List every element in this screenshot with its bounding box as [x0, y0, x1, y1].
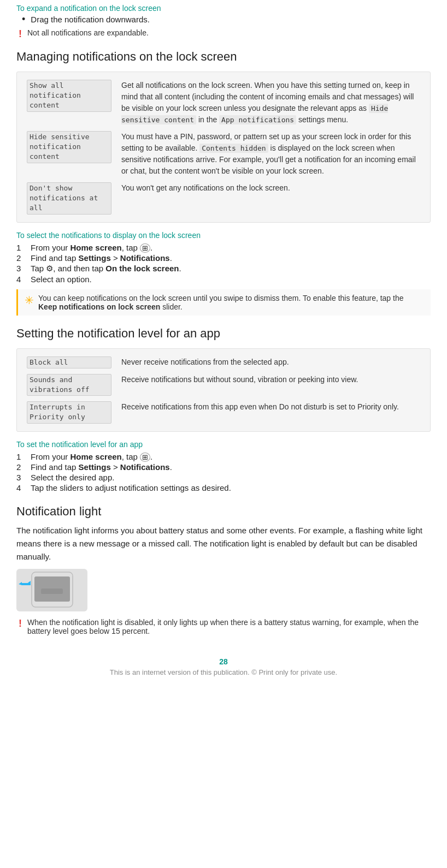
- set-step-num-1: 1: [16, 452, 26, 461]
- setting-level-heading: Setting the notification level for an ap…: [16, 326, 431, 341]
- device-svg: [16, 569, 87, 611]
- expand-warning-text: Not all notifications are expandable.: [27, 28, 149, 37]
- managing-label-3: Don't shownotifications at all: [27, 182, 111, 215]
- step-num-4: 4: [16, 275, 26, 284]
- level-label-2: Sounds and vibrations off: [27, 374, 111, 396]
- step-text-2: Find and tap Settings > Notifications.: [31, 253, 172, 263]
- notif-light-text: The notification light informs you about…: [16, 524, 431, 563]
- set-step-3: 3 Select the desired app.: [16, 473, 431, 482]
- set-step-4: 4 Tap the sliders to adjust notification…: [16, 483, 431, 492]
- level-row-1: Block all Never receive notifications fr…: [27, 356, 420, 368]
- bullet-dot-icon: •: [22, 14, 25, 25]
- step-num-3: 3: [16, 264, 26, 273]
- set-step-text-2: Find and tap Settings > Notifications.: [31, 462, 172, 472]
- set-step-2: 2 Find and tap Settings > Notifications.: [16, 462, 431, 472]
- managing-row-3: Don't shownotifications at all You won't…: [27, 182, 420, 215]
- set-step-num-4: 4: [16, 483, 26, 492]
- tip-icon: ✳: [25, 294, 34, 307]
- set-step-1: 1 From your Home screen, tap ⊞.: [16, 452, 431, 461]
- page-footer: 28 This is an internet version of this p…: [16, 657, 431, 676]
- notif-warning-box: ! When the notification light is disable…: [19, 618, 431, 635]
- level-label-3: Interrupts in Priority only: [27, 401, 111, 423]
- select-step-2: 2 Find and tap Settings > Notifications.: [16, 253, 431, 263]
- step-num-1: 1: [16, 243, 26, 252]
- notif-light-heading: Notification light: [16, 504, 431, 519]
- set-step-num-2: 2: [16, 462, 26, 472]
- level-desc-3: Receive notifications from this app even…: [121, 401, 420, 413]
- level-desc-2: Receive notifications but without sound,…: [121, 374, 420, 385]
- tip-text: You can keep notifications on the lock s…: [38, 294, 424, 311]
- level-desc-1: Never receive notifications from the sel…: [121, 356, 420, 368]
- svg-marker-5: [19, 582, 22, 585]
- managing-desc-1: Get all notifications on the lock screen…: [121, 80, 420, 126]
- step-text-4: Select an option.: [31, 275, 92, 284]
- expand-bullet-text: Drag the notification downwards.: [31, 15, 150, 24]
- select-step-3: 3 Tap ⚙, and then tap On the lock screen…: [16, 264, 431, 274]
- managing-desc-3: You won't get any notifications on the l…: [121, 182, 420, 194]
- managing-label-1: Show allnotification content: [27, 80, 111, 112]
- managing-heading: Managing notifications on the lock scree…: [16, 50, 431, 64]
- set-step-text-4: Tap the sliders to adjust notification s…: [31, 483, 231, 492]
- step-num-2: 2: [16, 253, 26, 263]
- select-step-4: 4 Select an option.: [16, 275, 431, 284]
- select-notif-link: To select the notifications to display o…: [16, 231, 201, 240]
- managing-row-1: Show allnotification content Get all not…: [27, 80, 420, 126]
- select-step-1: 1 From your Home screen, tap ⊞.: [16, 243, 431, 252]
- expand-bullet-item: • Drag the notification downwards.: [22, 15, 431, 25]
- expand-link: To expand a notification on the lock scr…: [16, 4, 161, 13]
- managing-table: Show allnotification content Get all not…: [16, 72, 431, 223]
- tip-box: ✳ You can keep notifications on the lock…: [16, 289, 431, 316]
- managing-desc-2: You must have a PIN, password, or patter…: [121, 131, 420, 177]
- notif-warning-text: When the notification light is disabled,…: [27, 618, 431, 635]
- managing-label-2: Hide sensitivenotification content: [27, 131, 111, 163]
- set-step-text-1: From your Home screen, tap ⊞.: [31, 452, 152, 461]
- managing-row-2: Hide sensitivenotification content You m…: [27, 131, 420, 177]
- step-text-3: Tap ⚙, and then tap On the lock screen.: [31, 264, 181, 274]
- set-step-text-3: Select the desired app.: [31, 473, 114, 482]
- level-row-2: Sounds and vibrations off Receive notifi…: [27, 374, 420, 396]
- step-text-1: From your Home screen, tap ⊞.: [31, 243, 152, 252]
- level-label-1: Block all: [27, 356, 111, 368]
- notif-warning-icon: !: [19, 618, 22, 629]
- level-table: Block all Never receive notifications fr…: [16, 348, 431, 432]
- warning-icon: !: [19, 28, 22, 40]
- set-level-link: To set the notification level for an app: [16, 440, 143, 449]
- set-step-num-3: 3: [16, 473, 26, 482]
- select-steps-list: 1 From your Home screen, tap ⊞. 2 Find a…: [16, 243, 431, 284]
- expand-warning-box: ! Not all notifications are expandable.: [19, 28, 431, 40]
- footer-text: This is an internet version of this publ…: [16, 668, 431, 676]
- page-number: 28: [16, 657, 431, 666]
- device-image: [16, 569, 87, 611]
- level-row-3: Interrupts in Priority only Receive noti…: [27, 401, 420, 423]
- set-steps-list: 1 From your Home screen, tap ⊞. 2 Find a…: [16, 452, 431, 492]
- svg-rect-2: [41, 588, 63, 594]
- svg-rect-4: [22, 583, 31, 585]
